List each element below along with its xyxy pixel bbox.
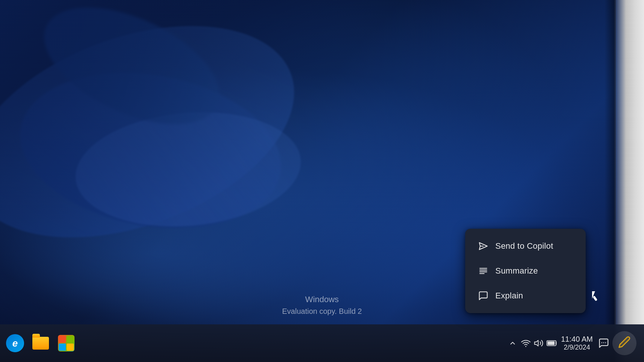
send-to-copilot-label: Send to Copilot — [495, 241, 553, 251]
clock-date: 2/9/2024 — [561, 344, 593, 352]
list-icon — [477, 266, 489, 276]
volume-icon[interactable] — [534, 338, 544, 348]
copilot-taskbar-button[interactable] — [612, 331, 636, 355]
pencil-icon — [618, 336, 631, 351]
svg-point-10 — [605, 342, 606, 344]
battery-icon[interactable] — [547, 338, 558, 348]
menu-item-summarize[interactable]: Summarize — [468, 259, 583, 283]
svg-marker-5 — [535, 340, 539, 346]
svg-point-9 — [603, 342, 604, 344]
taskbar-store-button[interactable] — [55, 332, 78, 354]
wallpaper-ribbon-1 — [0, 0, 323, 278]
wallpaper-ribbon-4 — [27, 0, 237, 148]
taskbar-system-tray: 11:40 AM 2/9/2024 — [509, 331, 644, 355]
menu-item-explain[interactable]: Explain — [468, 284, 583, 308]
monitor-bezel-right — [614, 0, 644, 362]
chat-icon — [477, 291, 489, 301]
notification-center-button[interactable] — [598, 338, 609, 349]
edge-icon: e — [6, 334, 24, 352]
clock-time: 11:40 AM — [561, 335, 593, 344]
taskbar: e — [0, 324, 644, 362]
copilot-context-menu: Send to Copilot Summarize Explain — [465, 229, 586, 313]
taskbar-edge-button[interactable]: e — [4, 332, 26, 354]
file-explorer-icon — [32, 334, 50, 352]
svg-point-4 — [525, 346, 527, 347]
menu-item-send-to-copilot[interactable]: Send to Copilot — [468, 234, 583, 258]
summarize-label: Summarize — [495, 266, 538, 276]
system-clock[interactable]: 11:40 AM 2/9/2024 — [561, 335, 593, 352]
wallpaper-ribbon-3 — [71, 103, 306, 235]
taskbar-pinned-apps: e — [0, 332, 78, 354]
svg-point-8 — [601, 342, 603, 344]
wallpaper-ribbon-2 — [8, 53, 294, 247]
show-hidden-icons-button[interactable] — [509, 339, 516, 347]
store-icon — [58, 335, 75, 351]
send-icon — [477, 241, 489, 251]
explain-label: Explain — [495, 291, 523, 301]
wifi-icon[interactable] — [521, 338, 531, 348]
taskbar-file-explorer-button[interactable] — [29, 332, 52, 354]
svg-rect-7 — [548, 341, 555, 345]
